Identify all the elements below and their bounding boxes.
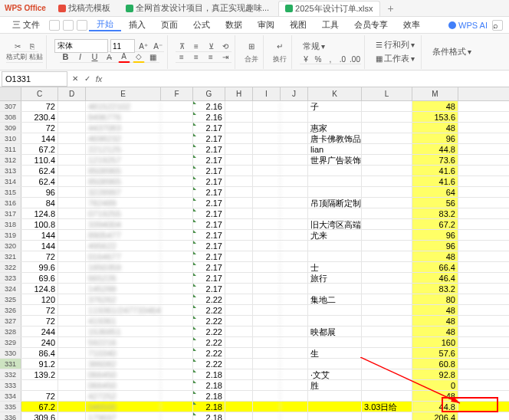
row-header[interactable]: 322 (0, 262, 21, 272)
cell[interactable] (225, 412, 253, 420)
row-header[interactable]: 316 (0, 198, 21, 208)
cell[interactable] (161, 316, 193, 326)
cell[interactable]: 2.17 (193, 262, 225, 272)
row-header[interactable]: 324 (0, 284, 21, 294)
cell[interactable]: 2.17 (193, 219, 225, 229)
cell[interactable]: 72 (21, 305, 58, 315)
copy-icon[interactable]: ⎘ (26, 40, 38, 52)
cell[interactable] (281, 369, 308, 379)
cell[interactable]: 66.4 (412, 262, 458, 272)
cell[interactable] (362, 262, 412, 272)
row-header[interactable]: 334 (0, 391, 21, 401)
col-header-D[interactable]: D (58, 87, 86, 100)
row-header[interactable]: 319 (0, 230, 21, 240)
cell[interactable] (253, 391, 281, 401)
cell[interactable] (161, 284, 193, 294)
menu-insert[interactable]: 插入 (121, 19, 153, 31)
col-header-J[interactable]: J (281, 87, 308, 100)
row-header[interactable]: 336 (0, 412, 21, 420)
cell[interactable]: 80 (412, 294, 458, 304)
cell[interactable]: 427252 (86, 391, 161, 401)
cell[interactable]: 72 (21, 391, 58, 401)
cell[interactable]: 子 (308, 101, 362, 111)
cell[interactable] (281, 155, 308, 165)
cell[interactable] (308, 305, 362, 315)
cell[interactable] (362, 198, 412, 208)
cell[interactable] (281, 402, 308, 412)
cell[interactable]: 84 (21, 198, 58, 208)
cell[interactable] (308, 176, 362, 186)
cell[interactable] (308, 391, 362, 401)
cell[interactable] (362, 305, 412, 315)
cell[interactable]: 8508965 (86, 166, 161, 176)
cell[interactable] (161, 198, 193, 208)
cell[interactable]: 96 (412, 241, 458, 251)
cell[interactable] (161, 412, 193, 420)
cell[interactable]: 3228997 (86, 187, 161, 197)
cond-format-button[interactable]: 条件格式 ▾ (429, 45, 475, 58)
cell[interactable] (225, 123, 253, 133)
cell[interactable] (58, 326, 86, 336)
cell[interactable]: 48 (412, 101, 458, 111)
cell[interactable] (362, 133, 412, 143)
cell[interactable] (225, 101, 253, 111)
cell[interactable] (281, 348, 308, 358)
cell[interactable] (362, 155, 412, 165)
cell[interactable] (225, 380, 253, 390)
cell[interactable] (58, 359, 86, 369)
cell[interactable]: 066450 (86, 369, 161, 379)
cell[interactable] (161, 208, 193, 218)
cell[interactable] (281, 294, 308, 304)
cell[interactable] (161, 187, 193, 197)
cell[interactable] (308, 166, 362, 176)
cell[interactable] (308, 412, 362, 420)
cell[interactable] (225, 155, 253, 165)
row-header[interactable]: 307 (0, 101, 21, 111)
wrap-icon[interactable]: ↵ (271, 40, 288, 54)
cell[interactable] (253, 273, 281, 283)
cell[interactable] (362, 391, 412, 401)
cell[interactable] (281, 101, 308, 111)
cell[interactable]: 2.16 (193, 101, 225, 111)
cell[interactable]: 309.6 (21, 412, 58, 420)
cell[interactable] (362, 348, 412, 358)
menu-data[interactable]: 数据 (218, 19, 250, 31)
rowcol-button[interactable]: ☰ 行和列 ▾ (373, 38, 418, 51)
tab-active[interactable]: 2025年设计订单.xlsx (278, 1, 379, 16)
cell[interactable] (225, 294, 253, 304)
cell[interactable] (281, 273, 308, 283)
cell[interactable]: 73.6 (412, 155, 458, 165)
cell[interactable]: 2.17 (193, 144, 225, 154)
cell[interactable]: 吊顶隔断定制 (308, 198, 362, 208)
cell[interactable] (281, 380, 308, 390)
cell[interactable] (225, 166, 253, 176)
cell[interactable] (362, 326, 412, 336)
cell[interactable]: 69.6 (21, 273, 58, 283)
worksheet-button[interactable]: ▦ 工作表 ▾ (373, 52, 418, 65)
cell[interactable]: 124.8 (21, 208, 58, 218)
cell[interactable]: 旅行 (308, 273, 362, 283)
cell[interactable]: 48 (412, 123, 458, 133)
currency-icon[interactable]: ¥ (300, 54, 312, 66)
cell[interactable]: 2.17 (193, 241, 225, 251)
cell[interactable] (225, 251, 253, 261)
cell[interactable]: 665226 (86, 273, 161, 283)
cell[interactable] (281, 251, 308, 261)
cell[interactable]: 2.17 (193, 208, 225, 218)
cell[interactable] (225, 337, 253, 347)
cell[interactable]: 56 (412, 198, 458, 208)
align-left-icon[interactable]: ≡ (176, 51, 188, 63)
cell[interactable] (281, 241, 308, 251)
border-button[interactable]: ▦ (147, 51, 159, 63)
cell[interactable] (161, 273, 193, 283)
cell[interactable]: 86.4 (21, 348, 58, 358)
cell[interactable] (253, 402, 281, 412)
cell[interactable] (308, 112, 362, 122)
cell[interactable]: 481522102 (86, 101, 161, 111)
cell[interactable] (253, 251, 281, 261)
row-header[interactable]: 309 (0, 123, 21, 133)
cell[interactable] (225, 402, 253, 412)
cell[interactable] (362, 187, 412, 197)
cell[interactable]: 2.22 (193, 359, 225, 369)
cell[interactable] (253, 144, 281, 154)
